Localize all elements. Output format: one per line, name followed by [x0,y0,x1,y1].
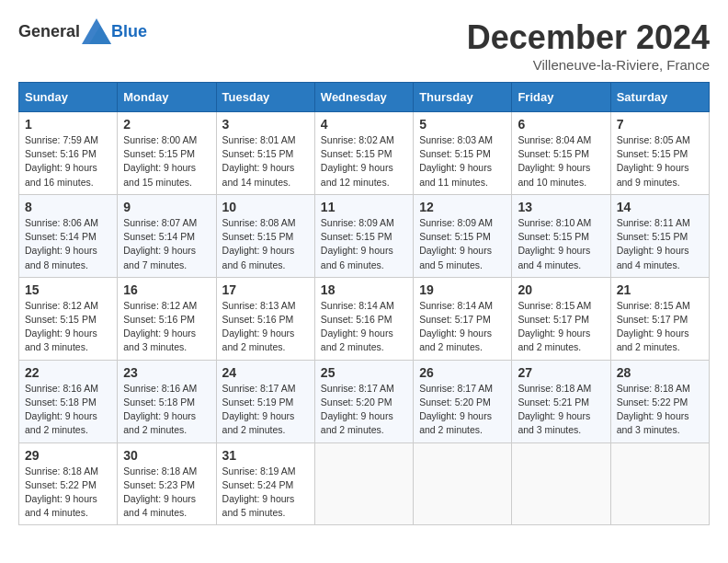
calendar-cell: 26Sunrise: 8:17 AMSunset: 5:20 PMDayligh… [414,360,512,442]
calendar-cell: 16Sunrise: 8:12 AMSunset: 5:16 PMDayligh… [118,277,216,360]
day-number: 12 [419,200,506,214]
day-of-week-header: Sunday [19,83,118,112]
day-number: 14 [617,200,703,214]
day-number: 29 [25,448,111,463]
calendar-cell: 13Sunrise: 8:10 AMSunset: 5:15 PMDayligh… [512,194,610,277]
day-info: Sunrise: 8:13 AMSunset: 5:16 PMDaylight:… [222,299,309,355]
day-number: 26 [419,365,506,380]
day-of-week-header: Thursday [414,83,512,112]
day-number: 21 [617,282,703,297]
day-number: 11 [321,200,407,214]
calendar-cell: 8Sunrise: 8:06 AMSunset: 5:14 PMDaylight… [19,194,118,277]
logo-general: General [18,22,80,41]
calendar-cell: 19Sunrise: 8:14 AMSunset: 5:17 PMDayligh… [414,277,512,360]
day-number: 9 [123,200,210,214]
title-block: December 2024 Villeneuve-la-Riviere, Fra… [467,18,710,73]
day-number: 7 [617,117,703,132]
calendar-cell: 9Sunrise: 8:07 AMSunset: 5:14 PMDaylight… [118,194,216,277]
day-info: Sunrise: 8:04 AMSunset: 5:15 PMDaylight:… [518,133,604,190]
calendar-body: 1Sunrise: 7:59 AMSunset: 5:16 PMDaylight… [19,112,710,525]
calendar-cell: 15Sunrise: 8:12 AMSunset: 5:15 PMDayligh… [19,277,118,360]
calendar-week: 22Sunrise: 8:16 AMSunset: 5:18 PMDayligh… [19,360,710,442]
day-of-week-header: Monday [118,83,216,112]
day-info: Sunrise: 8:00 AMSunset: 5:15 PMDaylight:… [123,133,210,190]
calendar-cell: 4Sunrise: 8:02 AMSunset: 5:15 PMDaylight… [314,112,413,195]
day-number: 15 [25,282,111,297]
location-subtitle: Villeneuve-la-Riviere, France [467,57,710,73]
day-info: Sunrise: 8:16 AMSunset: 5:18 PMDaylight:… [123,382,210,438]
day-number: 13 [518,200,604,214]
day-number: 19 [419,282,506,297]
day-number: 22 [25,365,111,380]
day-info: Sunrise: 8:17 AMSunset: 5:20 PMDaylight:… [321,382,407,438]
calendar-cell: 31Sunrise: 8:19 AMSunset: 5:24 PMDayligh… [216,442,314,525]
calendar-cell: 12Sunrise: 8:09 AMSunset: 5:15 PMDayligh… [414,194,512,277]
calendar-header: SundayMondayTuesdayWednesdayThursdayFrid… [19,83,710,112]
day-info: Sunrise: 8:09 AMSunset: 5:15 PMDaylight:… [419,216,506,272]
calendar-week: 15Sunrise: 8:12 AMSunset: 5:15 PMDayligh… [19,277,710,360]
day-number: 2 [123,117,210,132]
day-info: Sunrise: 8:16 AMSunset: 5:18 PMDaylight:… [25,382,111,438]
calendar-cell: 7Sunrise: 8:05 AMSunset: 5:15 PMDaylight… [610,112,709,195]
day-info: Sunrise: 8:03 AMSunset: 5:15 PMDaylight:… [419,133,506,190]
day-info: Sunrise: 8:01 AMSunset: 5:15 PMDaylight:… [222,133,309,190]
day-info: Sunrise: 8:10 AMSunset: 5:15 PMDaylight:… [518,216,604,272]
day-number: 18 [321,282,407,297]
calendar-cell: 28Sunrise: 8:18 AMSunset: 5:22 PMDayligh… [610,360,709,442]
day-number: 27 [518,365,604,380]
day-info: Sunrise: 8:14 AMSunset: 5:17 PMDaylight:… [419,299,506,355]
day-info: Sunrise: 8:08 AMSunset: 5:15 PMDaylight:… [222,216,309,272]
day-info: Sunrise: 8:07 AMSunset: 5:14 PMDaylight:… [123,216,210,272]
day-number: 23 [123,365,210,380]
day-number: 3 [222,117,309,132]
calendar-week: 29Sunrise: 8:18 AMSunset: 5:22 PMDayligh… [19,442,710,525]
calendar-cell: 11Sunrise: 8:09 AMSunset: 5:15 PMDayligh… [314,194,413,277]
day-info: Sunrise: 8:06 AMSunset: 5:14 PMDaylight:… [25,216,111,272]
calendar-cell: 1Sunrise: 7:59 AMSunset: 5:16 PMDaylight… [19,112,118,195]
day-info: Sunrise: 8:18 AMSunset: 5:22 PMDaylight:… [25,465,111,521]
day-info: Sunrise: 8:17 AMSunset: 5:20 PMDaylight:… [419,382,506,438]
calendar-cell: 24Sunrise: 8:17 AMSunset: 5:19 PMDayligh… [216,360,314,442]
day-info: Sunrise: 8:05 AMSunset: 5:15 PMDaylight:… [617,133,703,190]
day-info: Sunrise: 8:14 AMSunset: 5:16 PMDaylight:… [321,299,407,355]
logo-blue: Blue [111,22,147,41]
calendar-cell: 14Sunrise: 8:11 AMSunset: 5:15 PMDayligh… [610,194,709,277]
day-number: 10 [222,200,309,214]
day-number: 24 [222,365,309,380]
calendar-cell [414,442,512,525]
calendar-cell: 23Sunrise: 8:16 AMSunset: 5:18 PMDayligh… [118,360,216,442]
page-header: General Blue December 2024 Villeneuve-la… [18,18,710,73]
calendar-cell: 10Sunrise: 8:08 AMSunset: 5:15 PMDayligh… [216,194,314,277]
day-number: 8 [25,200,111,214]
day-number: 6 [518,117,604,132]
day-info: Sunrise: 8:17 AMSunset: 5:19 PMDaylight:… [222,382,309,438]
day-info: Sunrise: 8:18 AMSunset: 5:23 PMDaylight:… [123,465,210,521]
day-number: 30 [123,448,210,463]
day-number: 5 [419,117,506,132]
calendar-cell: 22Sunrise: 8:16 AMSunset: 5:18 PMDayligh… [19,360,118,442]
calendar-cell: 21Sunrise: 8:15 AMSunset: 5:17 PMDayligh… [610,277,709,360]
calendar-week: 1Sunrise: 7:59 AMSunset: 5:16 PMDaylight… [19,112,710,195]
day-info: Sunrise: 8:15 AMSunset: 5:17 PMDaylight:… [617,299,703,355]
day-number: 4 [321,117,407,132]
calendar-cell: 5Sunrise: 8:03 AMSunset: 5:15 PMDaylight… [414,112,512,195]
calendar-cell: 18Sunrise: 8:14 AMSunset: 5:16 PMDayligh… [314,277,413,360]
day-number: 28 [617,365,703,380]
day-number: 1 [25,117,111,132]
day-info: Sunrise: 8:11 AMSunset: 5:15 PMDaylight:… [617,216,703,272]
calendar-cell: 6Sunrise: 8:04 AMSunset: 5:15 PMDaylight… [512,112,610,195]
calendar-cell [314,442,413,525]
logo-icon [82,18,111,44]
day-info: Sunrise: 8:12 AMSunset: 5:16 PMDaylight:… [123,299,210,355]
day-of-week-header: Saturday [610,83,709,112]
calendar-cell [512,442,610,525]
day-info: Sunrise: 8:18 AMSunset: 5:21 PMDaylight:… [518,382,604,438]
logo: General Blue [18,18,147,44]
day-number: 16 [123,282,210,297]
calendar-cell: 25Sunrise: 8:17 AMSunset: 5:20 PMDayligh… [314,360,413,442]
day-number: 17 [222,282,309,297]
calendar-cell [610,442,709,525]
calendar-cell: 30Sunrise: 8:18 AMSunset: 5:23 PMDayligh… [118,442,216,525]
day-info: Sunrise: 7:59 AMSunset: 5:16 PMDaylight:… [25,133,111,190]
calendar-cell: 29Sunrise: 8:18 AMSunset: 5:22 PMDayligh… [19,442,118,525]
